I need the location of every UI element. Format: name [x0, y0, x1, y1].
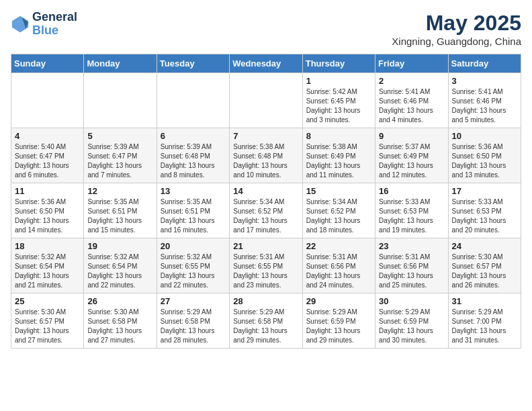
- calendar-cell: 2Sunrise: 5:41 AM Sunset: 6:46 PM Daylig…: [375, 73, 448, 128]
- calendar-cell: 9Sunrise: 5:37 AM Sunset: 6:49 PM Daylig…: [375, 128, 448, 183]
- page-header: General Blue May 2025 Xingning, Guangdon…: [11, 11, 521, 47]
- day-number: 3: [452, 76, 517, 86]
- day-info: Sunrise: 5:37 AM Sunset: 6:49 PM Dayligh…: [379, 142, 444, 180]
- location: Xingning, Guangdong, China: [392, 36, 521, 47]
- day-number: 16: [379, 186, 444, 196]
- day-number: 18: [15, 241, 80, 251]
- weekday-header-wednesday: Wednesday: [230, 54, 302, 73]
- logo: General Blue: [11, 11, 77, 38]
- day-info: Sunrise: 5:29 AM Sunset: 6:59 PM Dayligh…: [306, 308, 371, 345]
- weekday-header-monday: Monday: [84, 54, 157, 73]
- calendar-cell: 7Sunrise: 5:38 AM Sunset: 6:48 PM Daylig…: [230, 128, 302, 183]
- day-info: Sunrise: 5:32 AM Sunset: 6:54 PM Dayligh…: [87, 253, 152, 290]
- day-number: 6: [161, 131, 226, 141]
- calendar-cell: 19Sunrise: 5:32 AM Sunset: 6:54 PM Dayli…: [84, 238, 157, 293]
- day-info: Sunrise: 5:35 AM Sunset: 6:51 PM Dayligh…: [161, 197, 226, 235]
- day-info: Sunrise: 5:42 AM Sunset: 6:45 PM Dayligh…: [306, 87, 371, 125]
- day-number: 30: [379, 296, 444, 306]
- day-info: Sunrise: 5:34 AM Sunset: 6:52 PM Dayligh…: [233, 197, 298, 235]
- calendar-cell: 8Sunrise: 5:38 AM Sunset: 6:49 PM Daylig…: [302, 128, 375, 183]
- calendar-cell: [84, 73, 157, 128]
- title-block: May 2025 Xingning, Guangdong, China: [392, 11, 521, 47]
- calendar-cell: 24Sunrise: 5:30 AM Sunset: 6:57 PM Dayli…: [448, 238, 521, 293]
- day-number: 11: [15, 186, 80, 196]
- day-info: Sunrise: 5:38 AM Sunset: 6:49 PM Dayligh…: [306, 142, 371, 180]
- calendar-cell: 23Sunrise: 5:31 AM Sunset: 6:56 PM Dayli…: [375, 238, 448, 293]
- day-info: Sunrise: 5:31 AM Sunset: 6:55 PM Dayligh…: [233, 253, 298, 290]
- calendar-cell: 22Sunrise: 5:31 AM Sunset: 6:56 PM Dayli…: [302, 238, 375, 293]
- month-year: May 2025: [392, 11, 521, 36]
- day-info: Sunrise: 5:33 AM Sunset: 6:53 PM Dayligh…: [452, 197, 517, 235]
- day-number: 10: [452, 131, 517, 141]
- logo-text: General Blue: [32, 11, 77, 38]
- day-info: Sunrise: 5:29 AM Sunset: 6:58 PM Dayligh…: [161, 308, 226, 345]
- weekday-header-thursday: Thursday: [302, 54, 375, 73]
- calendar-week-2: 4Sunrise: 5:40 AM Sunset: 6:47 PM Daylig…: [11, 128, 521, 183]
- calendar-body: 1Sunrise: 5:42 AM Sunset: 6:45 PM Daylig…: [11, 73, 521, 349]
- day-number: 9: [379, 131, 444, 141]
- day-number: 21: [233, 241, 298, 251]
- calendar-cell: 26Sunrise: 5:30 AM Sunset: 6:58 PM Dayli…: [84, 293, 157, 349]
- day-number: 20: [161, 241, 226, 251]
- calendar-cell: 14Sunrise: 5:34 AM Sunset: 6:52 PM Dayli…: [230, 183, 302, 238]
- calendar-cell: [230, 73, 302, 128]
- weekday-header-friday: Friday: [375, 54, 448, 73]
- day-info: Sunrise: 5:30 AM Sunset: 6:57 PM Dayligh…: [15, 308, 80, 345]
- day-info: Sunrise: 5:33 AM Sunset: 6:53 PM Dayligh…: [379, 197, 444, 235]
- calendar-cell: 1Sunrise: 5:42 AM Sunset: 6:45 PM Daylig…: [302, 73, 375, 128]
- calendar-cell: [157, 73, 229, 128]
- weekday-header-saturday: Saturday: [448, 54, 521, 73]
- calendar-cell: 3Sunrise: 5:41 AM Sunset: 6:46 PM Daylig…: [448, 73, 521, 128]
- day-info: Sunrise: 5:32 AM Sunset: 6:55 PM Dayligh…: [161, 253, 226, 290]
- day-number: 26: [87, 296, 152, 306]
- logo-icon: [11, 15, 30, 34]
- day-info: Sunrise: 5:41 AM Sunset: 6:46 PM Dayligh…: [379, 87, 444, 125]
- calendar-week-4: 18Sunrise: 5:32 AM Sunset: 6:54 PM Dayli…: [11, 238, 521, 293]
- day-info: Sunrise: 5:31 AM Sunset: 6:56 PM Dayligh…: [306, 253, 371, 290]
- day-info: Sunrise: 5:40 AM Sunset: 6:47 PM Dayligh…: [15, 142, 80, 180]
- calendar-cell: 25Sunrise: 5:30 AM Sunset: 6:57 PM Dayli…: [11, 293, 84, 349]
- calendar-cell: 28Sunrise: 5:29 AM Sunset: 6:58 PM Dayli…: [230, 293, 302, 349]
- calendar-cell: 4Sunrise: 5:40 AM Sunset: 6:47 PM Daylig…: [11, 128, 84, 183]
- calendar-cell: 27Sunrise: 5:29 AM Sunset: 6:58 PM Dayli…: [157, 293, 229, 349]
- calendar-cell: [11, 73, 84, 128]
- calendar-cell: 5Sunrise: 5:39 AM Sunset: 6:47 PM Daylig…: [84, 128, 157, 183]
- weekday-row: SundayMondayTuesdayWednesdayThursdayFrid…: [11, 54, 521, 73]
- day-number: 23: [379, 241, 444, 251]
- weekday-header-tuesday: Tuesday: [157, 54, 229, 73]
- day-number: 28: [233, 296, 298, 306]
- calendar-cell: 16Sunrise: 5:33 AM Sunset: 6:53 PM Dayli…: [375, 183, 448, 238]
- day-info: Sunrise: 5:29 AM Sunset: 6:58 PM Dayligh…: [233, 308, 298, 345]
- calendar-cell: 15Sunrise: 5:34 AM Sunset: 6:52 PM Dayli…: [302, 183, 375, 238]
- day-number: 15: [306, 186, 371, 196]
- day-number: 17: [452, 186, 517, 196]
- day-info: Sunrise: 5:30 AM Sunset: 6:58 PM Dayligh…: [87, 308, 152, 345]
- calendar-cell: 18Sunrise: 5:32 AM Sunset: 6:54 PM Dayli…: [11, 238, 84, 293]
- day-number: 2: [379, 76, 444, 86]
- day-number: 13: [161, 186, 226, 196]
- day-number: 4: [15, 131, 80, 141]
- calendar-cell: 20Sunrise: 5:32 AM Sunset: 6:55 PM Dayli…: [157, 238, 229, 293]
- day-number: 14: [233, 186, 298, 196]
- calendar-cell: 11Sunrise: 5:36 AM Sunset: 6:50 PM Dayli…: [11, 183, 84, 238]
- day-info: Sunrise: 5:36 AM Sunset: 6:50 PM Dayligh…: [15, 197, 80, 235]
- calendar-header: SundayMondayTuesdayWednesdayThursdayFrid…: [11, 54, 521, 73]
- day-info: Sunrise: 5:38 AM Sunset: 6:48 PM Dayligh…: [233, 142, 298, 180]
- day-info: Sunrise: 5:32 AM Sunset: 6:54 PM Dayligh…: [15, 253, 80, 290]
- calendar-cell: 6Sunrise: 5:39 AM Sunset: 6:48 PM Daylig…: [157, 128, 229, 183]
- weekday-header-sunday: Sunday: [11, 54, 84, 73]
- calendar-table: SundayMondayTuesdayWednesdayThursdayFrid…: [11, 54, 521, 349]
- day-info: Sunrise: 5:31 AM Sunset: 6:56 PM Dayligh…: [379, 253, 444, 290]
- day-info: Sunrise: 5:35 AM Sunset: 6:51 PM Dayligh…: [87, 197, 152, 235]
- day-number: 8: [306, 131, 371, 141]
- day-info: Sunrise: 5:39 AM Sunset: 6:48 PM Dayligh…: [161, 142, 226, 180]
- calendar-cell: 10Sunrise: 5:36 AM Sunset: 6:50 PM Dayli…: [448, 128, 521, 183]
- day-info: Sunrise: 5:34 AM Sunset: 6:52 PM Dayligh…: [306, 197, 371, 235]
- day-info: Sunrise: 5:30 AM Sunset: 6:57 PM Dayligh…: [452, 253, 517, 290]
- day-number: 25: [15, 296, 80, 306]
- calendar-cell: 30Sunrise: 5:29 AM Sunset: 6:59 PM Dayli…: [375, 293, 448, 349]
- day-info: Sunrise: 5:41 AM Sunset: 6:46 PM Dayligh…: [452, 87, 517, 125]
- day-info: Sunrise: 5:39 AM Sunset: 6:47 PM Dayligh…: [87, 142, 152, 180]
- calendar-cell: 12Sunrise: 5:35 AM Sunset: 6:51 PM Dayli…: [84, 183, 157, 238]
- day-number: 19: [87, 241, 152, 251]
